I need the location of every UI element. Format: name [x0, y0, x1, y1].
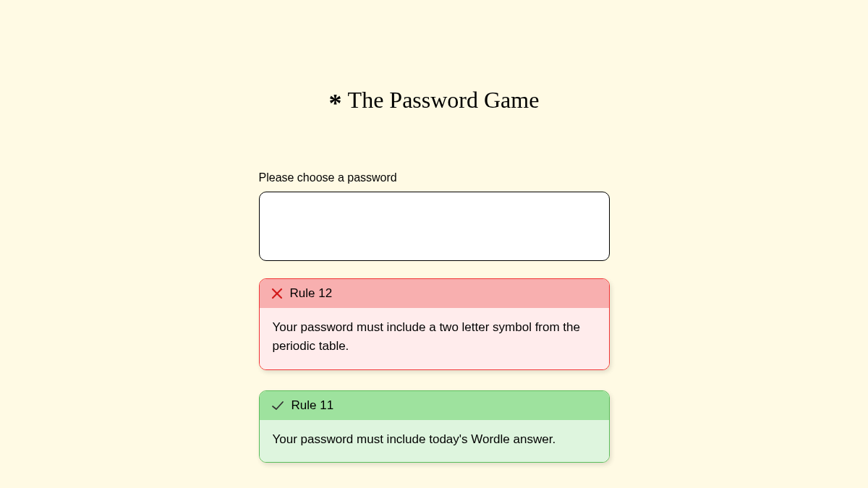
rule-text: Your password must include today's Wordl… — [260, 420, 609, 462]
title-text: The Password Game — [348, 87, 540, 114]
password-label: Please choose a password — [259, 171, 610, 184]
rule-name: Rule 12 — [290, 286, 333, 301]
rule-name: Rule 11 — [292, 398, 334, 413]
rule-card: Rule 11 Your password must include today… — [259, 390, 610, 463]
password-input[interactable] — [259, 192, 610, 261]
rule-header: Rule 12 — [260, 279, 609, 308]
game-container: * The Password Game Please choose a pass… — [259, 0, 610, 463]
check-icon — [271, 399, 284, 412]
rule-card: Rule 12 Your password must include a two… — [259, 278, 610, 370]
rules-list: Rule 12 Your password must include a two… — [259, 278, 610, 463]
x-icon — [271, 288, 283, 299]
rule-text: Your password must include a two letter … — [260, 308, 609, 369]
page-title: * The Password Game — [259, 87, 610, 114]
rule-header: Rule 11 — [260, 391, 609, 420]
